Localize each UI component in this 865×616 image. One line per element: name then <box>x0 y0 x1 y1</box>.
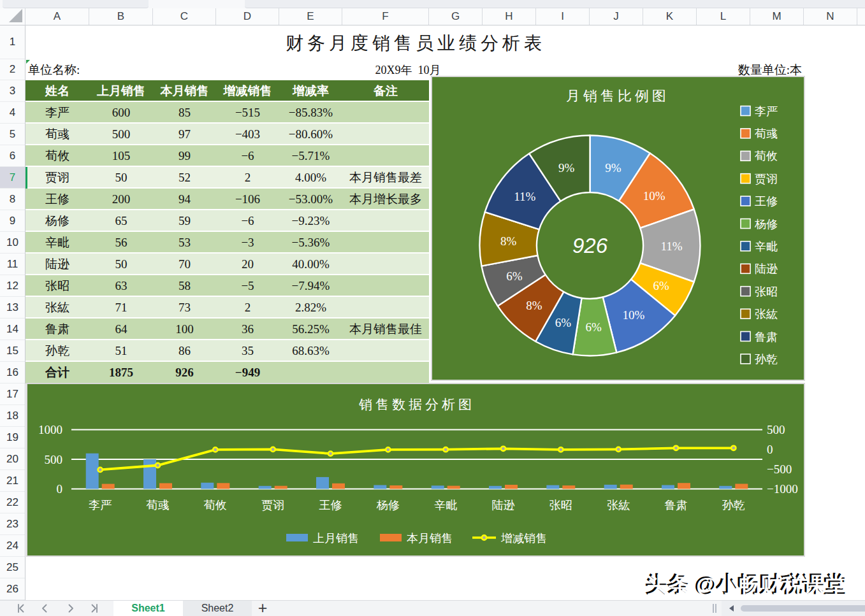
legend-swatch-杨修[interactable] <box>741 219 750 229</box>
row-header-6[interactable]: 6 <box>0 145 25 167</box>
legend-swatch-荀攸[interactable] <box>741 151 750 161</box>
table-cell[interactable]: 2 <box>216 297 279 317</box>
line-marker-荀彧[interactable] <box>156 463 160 468</box>
table-cell[interactable]: −5.71% <box>279 145 342 166</box>
table-cell[interactable]: 926 <box>153 362 216 382</box>
legend-swatch-李严[interactable] <box>741 106 750 116</box>
line-marker-张紘[interactable] <box>616 447 621 452</box>
table-cell[interactable]: 张紘 <box>25 297 89 317</box>
table-cell[interactable]: 70 <box>153 254 216 274</box>
bar-上月销售-李严[interactable] <box>86 454 99 489</box>
column-header-C[interactable]: C <box>153 8 216 25</box>
row-header-25[interactable]: 25 <box>0 557 25 578</box>
legend-label-辛毗[interactable]: 辛毗 <box>755 240 778 253</box>
legend-label-贾诩[interactable]: 贾诩 <box>755 173 778 185</box>
line-marker-张昭[interactable] <box>558 447 563 452</box>
table-row-孙乾[interactable]: 孙乾51863568.63% <box>25 340 429 362</box>
legend-label-增减销售[interactable]: 增减销售 <box>500 532 547 545</box>
table-cell[interactable]: 500 <box>89 124 153 144</box>
legend-swatch-孙乾[interactable] <box>741 354 750 364</box>
table-cell[interactable]: 63 <box>89 275 153 296</box>
previous-sheet-icon[interactable] <box>39 603 50 614</box>
legend-swatch-王修[interactable] <box>741 196 750 206</box>
legend-label-鲁肃[interactable]: 鲁肃 <box>755 331 778 343</box>
row-header-11[interactable]: 11 <box>0 254 25 275</box>
bar-本月销售-杨修[interactable] <box>389 485 402 489</box>
table-cell[interactable]: 600 <box>89 102 153 122</box>
legend-label-孙乾[interactable]: 孙乾 <box>755 353 778 366</box>
table-cell[interactable]: 鲁肃 <box>25 319 89 339</box>
sales-table[interactable]: 姓名上月销售本月销售增减销售增减率备注李严60085−515−85.83%荀彧5… <box>25 80 429 383</box>
table-cell[interactable]: 荀彧 <box>25 124 89 144</box>
legend-label-上月销售[interactable]: 上月销售 <box>313 532 359 545</box>
legend-swatch-陆逊[interactable] <box>741 264 750 273</box>
bar-本月销售-李严[interactable] <box>102 484 115 489</box>
bar-本月销售-荀攸[interactable] <box>217 483 229 489</box>
legend-label-荀攸[interactable]: 荀攸 <box>755 150 778 162</box>
legend-swatch-贾诩[interactable] <box>741 174 750 183</box>
table-cell[interactable]: 52 <box>153 167 216 187</box>
table-row-贾诩[interactable]: 贾诩505224.00%本月销售最差 <box>25 167 429 189</box>
next-sheet-icon[interactable] <box>65 603 76 614</box>
last-sheet-icon[interactable] <box>89 603 100 614</box>
table-cell[interactable]: 50 <box>89 167 153 187</box>
table-row-荀攸[interactable]: 荀攸10599−6−5.71% <box>25 145 429 167</box>
row-header-13[interactable]: 13 <box>0 297 25 319</box>
line-marker-陆逊[interactable] <box>501 447 505 451</box>
legend-swatch-张紘[interactable] <box>741 309 750 319</box>
table-cell[interactable]: 56 <box>89 232 153 252</box>
legend-label-陆逊[interactable]: 陆逊 <box>755 262 778 275</box>
table-cell[interactable] <box>342 340 429 361</box>
table-cell[interactable]: −80.60% <box>279 124 342 144</box>
table-cell[interactable]: 上月销售 <box>89 80 153 101</box>
table-cell[interactable] <box>342 210 429 231</box>
table-row-杨修[interactable]: 杨修6559−6−9.23% <box>25 210 429 232</box>
table-cell[interactable]: 35 <box>216 340 279 361</box>
legend-swatch-张昭[interactable] <box>741 287 750 296</box>
bar-上月销售-孙乾[interactable] <box>719 486 732 489</box>
table-cell[interactable]: 65 <box>89 210 153 231</box>
table-cell[interactable]: 合计 <box>25 362 89 382</box>
bar-本月销售-王修[interactable] <box>332 483 345 489</box>
table-cell[interactable]: 97 <box>153 124 216 144</box>
table-cell[interactable]: −9.23% <box>279 210 342 231</box>
table-cell[interactable]: −6 <box>216 210 279 231</box>
legend-swatch-本月销售[interactable] <box>380 534 402 541</box>
table-row-张昭[interactable]: 张昭6358−5−7.94% <box>25 275 429 297</box>
table-cell[interactable]: 99 <box>153 145 216 166</box>
row-header-12[interactable]: 12 <box>0 275 25 297</box>
table-cell[interactable]: −403 <box>216 124 279 144</box>
table-cell[interactable]: 56.25% <box>279 319 342 339</box>
row-header-21[interactable]: 21 <box>0 470 25 492</box>
row-header-16[interactable]: 16 <box>0 362 25 383</box>
first-sheet-icon[interactable] <box>15 603 27 614</box>
column-headers[interactable]: ABCDEFGHIJKLMN <box>25 8 865 25</box>
table-total-row[interactable]: 合计1875926−949 <box>25 362 429 383</box>
tab-splitter-handle[interactable] <box>713 604 716 613</box>
table-cell[interactable]: 荀攸 <box>25 145 89 166</box>
bar-本月销售-鲁肃[interactable] <box>678 483 690 489</box>
table-cell[interactable]: 本月销售最佳 <box>342 319 429 339</box>
column-header-D[interactable]: D <box>216 8 279 25</box>
table-cell[interactable] <box>342 362 429 382</box>
bar-上月销售-张紘[interactable] <box>604 485 617 489</box>
table-row-鲁肃[interactable]: 鲁肃641003656.25%本月销售最佳 <box>25 319 429 340</box>
row-header-7[interactable]: 7 <box>0 167 25 189</box>
table-row-王修[interactable]: 王修20094−106−53.00%本月增长最多 <box>25 189 429 210</box>
column-header-F[interactable]: F <box>342 8 429 25</box>
table-cell[interactable]: 4.00% <box>279 167 342 187</box>
table-cell[interactable]: 2.82% <box>279 297 342 317</box>
table-cell[interactable]: 李严 <box>25 102 89 122</box>
column-header-B[interactable]: B <box>89 8 153 25</box>
bar-上月销售-荀攸[interactable] <box>201 483 214 489</box>
bar-上月销售-陆逊[interactable] <box>489 486 502 489</box>
bar-本月销售-孙乾[interactable] <box>735 484 748 489</box>
table-cell[interactable]: 孙乾 <box>25 340 89 361</box>
table-cell[interactable] <box>342 145 429 166</box>
table-cell[interactable]: −85.83% <box>279 102 342 122</box>
table-cell[interactable]: 50 <box>89 254 153 274</box>
column-header-L[interactable]: L <box>697 8 750 25</box>
column-header-K[interactable]: K <box>643 8 697 25</box>
table-cell[interactable]: 105 <box>89 145 153 166</box>
table-cell[interactable]: −515 <box>216 102 279 122</box>
